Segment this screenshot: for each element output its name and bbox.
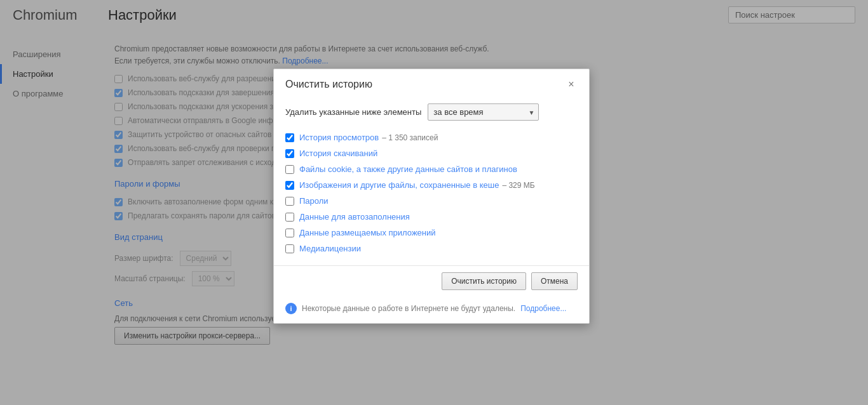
item-passwords-name: Пароли [299, 196, 329, 206]
cb-autofill[interactable] [285, 213, 294, 222]
item-autofill-name: Данные для автозаполнения [299, 212, 410, 222]
time-period-select[interactable]: за последний час за последние сутки за п… [428, 103, 539, 121]
item-history-count: – 1 350 записей [382, 133, 438, 142]
item-licenses: Медиалицензии [285, 241, 578, 256]
cb-cookies-label[interactable]: Файлы cookie, а также другие данные сайт… [299, 164, 517, 174]
cb-downloads-label[interactable]: История скачиваний [299, 149, 377, 158]
item-hosted: Данные размещаемых приложений [285, 225, 578, 241]
item-licenses-name: Медиалицензии [299, 244, 361, 253]
cb-passwords[interactable] [285, 197, 294, 206]
item-history: История просмотров – 1 350 записей [285, 129, 578, 145]
time-select-wrapper: за последний час за последние сутки за п… [428, 103, 539, 121]
dialog-header: Очистить историю × [274, 69, 589, 97]
time-period-label: Удалить указанные ниже элементы [285, 107, 421, 117]
dialog-body: Удалить указанные ниже элементы за после… [274, 97, 589, 265]
item-cookies: Файлы cookie, а также другие данные сайт… [285, 161, 578, 177]
item-hosted-name: Данные размещаемых приложений [299, 228, 436, 237]
item-cache-name: Изображения и другие файлы, сохраненные … [299, 180, 499, 190]
dialog-footer: Очистить историю Отмена [274, 265, 589, 296]
cb-licenses[interactable] [285, 244, 294, 253]
cb-passwords-label[interactable]: Пароли [299, 196, 329, 206]
cb-licenses-label[interactable]: Медиалицензии [299, 244, 361, 253]
clear-history-dialog: Очистить историю × Удалить указанные ниж… [273, 69, 590, 324]
cancel-button[interactable]: Отмена [531, 272, 578, 290]
cb-hosted-label[interactable]: Данные размещаемых приложений [299, 228, 436, 237]
item-cache: Изображения и другие файлы, сохраненные … [285, 177, 578, 193]
cb-history[interactable] [285, 133, 294, 142]
item-downloads: История скачиваний [285, 145, 578, 161]
dialog-info-link[interactable]: Подробнее... [520, 304, 566, 313]
dialog-close-button[interactable]: × [565, 78, 578, 91]
info-icon: i [285, 303, 297, 314]
cb-cache[interactable] [285, 181, 294, 190]
dialog-title: Очистить историю [285, 79, 372, 90]
time-period-row: Удалить указанные ниже элементы за после… [285, 103, 578, 121]
item-passwords: Пароли [285, 193, 578, 209]
dialog-info-bar: i Некоторые данные о работе в Интернете … [274, 296, 589, 323]
item-downloads-name: История скачиваний [299, 149, 377, 158]
cb-history-label[interactable]: История просмотров – 1 350 записей [299, 133, 438, 142]
item-cache-count: – 329 МБ [502, 181, 534, 190]
cb-autofill-label[interactable]: Данные для автозаполнения [299, 212, 410, 222]
cb-cache-label[interactable]: Изображения и другие файлы, сохраненные … [299, 180, 535, 190]
item-autofill: Данные для автозаполнения [285, 209, 578, 225]
item-cookies-name: Файлы cookie, а также другие данные сайт… [299, 164, 517, 174]
cb-hosted[interactable] [285, 229, 294, 237]
cb-downloads[interactable] [285, 149, 294, 158]
cb-cookies[interactable] [285, 165, 294, 174]
item-history-name: История просмотров [299, 133, 379, 142]
clear-history-button[interactable]: Очистить историю [442, 272, 526, 290]
dialog-info-text: Некоторые данные о работе в Интернете не… [302, 304, 515, 313]
